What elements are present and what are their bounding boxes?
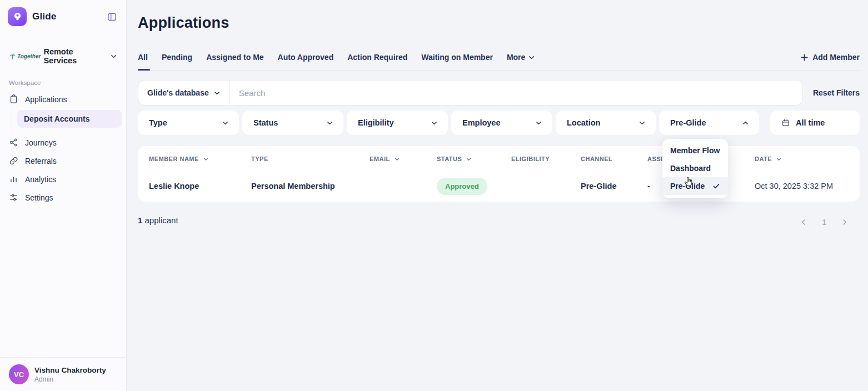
filters-bar: Type Status Eligibility Employee Locatio… bbox=[138, 111, 860, 135]
panel-toggle-icon bbox=[107, 12, 117, 22]
sidebar-item-label: Journeys bbox=[25, 138, 57, 147]
sidebar-item-journeys[interactable]: Journeys bbox=[0, 133, 126, 152]
menu-item-member-flow[interactable]: Member Flow bbox=[662, 142, 728, 159]
column-header-status[interactable]: STATUS bbox=[437, 156, 511, 162]
sidebar-item-analytics[interactable]: Analytics bbox=[0, 170, 126, 188]
column-header-eligibility: ELIGIBILITY bbox=[511, 156, 581, 162]
next-page-button[interactable] bbox=[840, 217, 850, 227]
chevron-down-icon bbox=[638, 119, 646, 127]
column-header-channel: CHANNEL bbox=[581, 156, 647, 162]
sidebar-item-label: Analytics bbox=[25, 175, 56, 184]
sort-chevron-icon bbox=[776, 156, 782, 162]
search-scope-selector[interactable]: Glide's database bbox=[138, 81, 230, 105]
sidebar-item-referrals[interactable]: Referrals bbox=[0, 152, 126, 170]
glide-logo bbox=[8, 7, 27, 26]
sidebar-item-label: Referrals bbox=[25, 157, 57, 166]
table-footer: 1 applicant 1 bbox=[138, 213, 860, 227]
chevron-down-icon bbox=[222, 119, 229, 127]
table-header-row: MEMBER NAME TYPE EMAIL STATUS ELIGIBILIT… bbox=[138, 146, 860, 172]
filter-channel[interactable]: Pre-Glide Member Flow Dashboard Pre-Glid… bbox=[659, 111, 759, 135]
column-header-email[interactable]: EMAIL bbox=[370, 156, 437, 162]
column-header-member-name[interactable]: MEMBER NAME bbox=[149, 156, 251, 162]
tabs-bar: All Pending Assigned to Me Auto Approved… bbox=[138, 53, 860, 71]
search-toolbar: Glide's database Reset Filters bbox=[138, 80, 860, 106]
sidebar-item-label: Applications bbox=[25, 95, 67, 104]
workspace-name: Remote Services bbox=[43, 47, 107, 65]
sidebar-item-label: Settings bbox=[25, 193, 53, 202]
status-badge: Approved bbox=[437, 178, 487, 195]
filter-employee[interactable]: Employee bbox=[451, 111, 552, 135]
chevron-up-icon bbox=[742, 119, 749, 127]
filter-date-range[interactable]: All time bbox=[770, 111, 860, 135]
user-role: Admin bbox=[34, 375, 106, 383]
sort-chevron-icon bbox=[394, 156, 400, 162]
sidebar: Glide Together Remote Services Workspace… bbox=[0, 0, 127, 391]
pagination: 1 bbox=[799, 217, 860, 227]
calendar-icon bbox=[781, 118, 790, 127]
filter-eligibility[interactable]: Eligibility bbox=[347, 111, 448, 135]
chevron-down-icon bbox=[431, 119, 438, 127]
page-number: 1 bbox=[822, 218, 826, 227]
cell-member-name: Leslie Knope bbox=[149, 182, 251, 191]
sidebar-item-label: Deposit Accounts bbox=[24, 114, 90, 123]
reset-filters-button[interactable]: Reset Filters bbox=[813, 88, 860, 97]
chevron-down-icon bbox=[326, 119, 333, 127]
column-header-type: TYPE bbox=[251, 156, 370, 162]
together-logo-text: Together bbox=[17, 53, 41, 59]
chevron-down-icon bbox=[535, 119, 542, 127]
tab-auto-approved[interactable]: Auto Approved bbox=[278, 53, 334, 62]
channel-filter-menu: Member Flow Dashboard Pre-Glide bbox=[662, 139, 728, 198]
filter-type[interactable]: Type bbox=[138, 111, 239, 135]
workspace-switcher[interactable]: Together Remote Services bbox=[0, 47, 126, 65]
applicant-count: 1 applicant bbox=[138, 215, 178, 225]
share-network-icon bbox=[9, 138, 18, 147]
filter-location[interactable]: Location bbox=[556, 111, 656, 135]
plus-icon bbox=[800, 53, 809, 62]
search-bar: Glide's database bbox=[138, 80, 803, 106]
main-content: Applications All Pending Assigned to Me … bbox=[127, 0, 868, 391]
tab-action-required[interactable]: Action Required bbox=[347, 53, 407, 62]
bar-chart-icon bbox=[9, 174, 18, 184]
link-icon bbox=[9, 156, 18, 166]
filter-status[interactable]: Status bbox=[242, 111, 343, 135]
tab-all[interactable]: All bbox=[138, 53, 148, 62]
tab-assigned-to-me[interactable]: Assigned to Me bbox=[206, 53, 263, 62]
sort-chevron-icon bbox=[203, 156, 209, 162]
sidebar-item-applications[interactable]: Applications bbox=[0, 90, 126, 108]
workspace-section-label: Workspace bbox=[9, 79, 117, 86]
sidebar-header: Glide bbox=[0, 0, 126, 32]
clipboard-icon bbox=[9, 94, 18, 104]
menu-item-pre-glide[interactable]: Pre-Glide bbox=[662, 177, 728, 195]
sidebar-toggle-button[interactable] bbox=[106, 11, 118, 23]
user-name: Vishnu Chakroborty bbox=[34, 366, 106, 374]
cell-type: Personal Membership bbox=[251, 182, 370, 191]
previous-page-button[interactable] bbox=[799, 217, 809, 227]
chevron-down-icon bbox=[528, 54, 535, 61]
chevron-down-icon bbox=[213, 89, 221, 97]
sort-chevron-icon bbox=[466, 156, 472, 162]
sidebar-item-settings[interactable]: Settings bbox=[0, 188, 126, 207]
together-logo-icon bbox=[9, 52, 16, 60]
tab-waiting-on-member[interactable]: Waiting on Member bbox=[421, 53, 493, 62]
avatar: VC bbox=[9, 364, 29, 384]
glide-balloon-icon bbox=[12, 12, 23, 22]
search-input[interactable] bbox=[230, 81, 802, 105]
cell-date: Oct 30, 2025 3:32 PM bbox=[755, 182, 849, 191]
sliders-icon bbox=[9, 193, 18, 202]
tab-pending[interactable]: Pending bbox=[162, 53, 192, 62]
sidebar-item-deposit-accounts[interactable]: Deposit Accounts bbox=[17, 110, 122, 128]
user-profile[interactable]: VC Vishnu Chakroborty Admin bbox=[0, 357, 126, 391]
add-member-button[interactable]: Add Member bbox=[800, 53, 860, 62]
menu-item-dashboard[interactable]: Dashboard bbox=[662, 159, 728, 177]
sidebar-nav: Applications Deposit Accounts Journeys R… bbox=[0, 90, 126, 207]
check-icon bbox=[712, 182, 720, 190]
table-row[interactable]: Leslie Knope Personal Membership Approve… bbox=[138, 172, 860, 200]
column-header-date[interactable]: DATE bbox=[755, 156, 849, 162]
page-title: Applications bbox=[138, 14, 860, 32]
chevron-down-icon bbox=[110, 53, 117, 60]
cell-status: Approved bbox=[437, 178, 511, 195]
applications-table: MEMBER NAME TYPE EMAIL STATUS ELIGIBILIT… bbox=[138, 146, 860, 202]
cell-channel: Pre-Glide bbox=[581, 182, 647, 191]
tab-more[interactable]: More bbox=[507, 53, 535, 62]
applications-subnav: Deposit Accounts bbox=[12, 108, 126, 133]
